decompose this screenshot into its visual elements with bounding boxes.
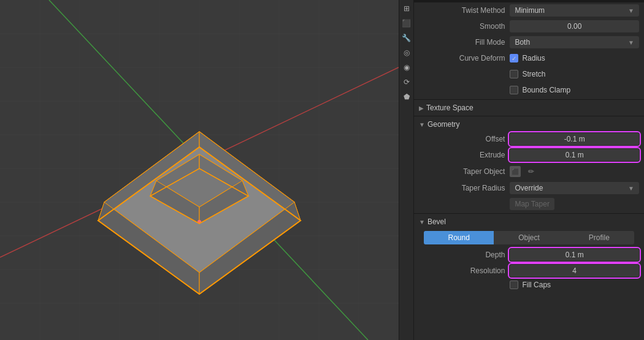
stretch-value: Stretch xyxy=(510,70,639,78)
taper-radius-row: Taper Radius Override ▼ xyxy=(414,180,644,196)
toolbar-strip: ⊞ ⬛ 🔧 ◎ ◉ ⟳ ⬟ xyxy=(399,0,413,340)
fill-caps-value: Fill Caps xyxy=(510,281,639,289)
taper-object-row: Taper Object ⬛ ✏ xyxy=(414,163,644,180)
bevel-tab-round[interactable]: Round xyxy=(424,231,494,244)
tool-icon-6[interactable]: ⬟ xyxy=(401,91,413,103)
extrude-label: Extrude xyxy=(419,151,510,159)
taper-radius-label: Taper Radius xyxy=(419,184,510,192)
bevel-tab-profile[interactable]: Profile xyxy=(564,231,634,244)
twist-method-label: Twist Method xyxy=(419,6,510,15)
texture-space-header[interactable]: ▶ Texture Space xyxy=(414,101,644,115)
resolution-row: Resolution xyxy=(414,263,644,279)
taper-object-control: ⬛ ✏ xyxy=(510,165,537,178)
bevel-arrow: ▼ xyxy=(419,219,425,225)
map-taper-value[interactable]: Map Taper xyxy=(510,198,639,210)
tool-icon-2[interactable]: 🔧 xyxy=(401,32,413,44)
fill-mode-row: Fill Mode Both ▼ xyxy=(414,34,644,50)
tool-icon-5[interactable]: ⟳ xyxy=(401,76,413,88)
resolution-label: Resolution xyxy=(419,266,510,275)
stretch-row: Stretch xyxy=(414,66,644,82)
twist-method-value[interactable]: Minimum ▼ xyxy=(510,4,639,17)
taper-object-label: Taper Object xyxy=(419,167,510,176)
taper-object-value[interactable]: ⬛ ✏ xyxy=(510,165,639,178)
taper-radius-arrow: ▼ xyxy=(628,185,634,192)
divider-3 xyxy=(414,213,644,214)
resolution-value[interactable] xyxy=(510,265,639,277)
extrude-input[interactable] xyxy=(510,149,639,161)
fill-caps-checkbox[interactable] xyxy=(510,281,518,289)
radius-checkbox[interactable]: ✓ xyxy=(510,54,518,62)
tool-icon-3[interactable]: ◎ xyxy=(401,47,413,59)
smooth-value[interactable] xyxy=(510,20,639,32)
curve-deform-label: Curve Deform xyxy=(419,54,510,62)
fill-mode-arrow: ▼ xyxy=(628,39,634,46)
geometry-arrow: ▼ xyxy=(419,121,425,128)
extrude-row: Extrude xyxy=(414,147,644,163)
resolution-input[interactable] xyxy=(510,265,639,277)
bevel-tabs: Round Object Profile xyxy=(424,231,634,244)
bevel-label: Bevel xyxy=(427,217,446,226)
tool-icon-1[interactable]: ⬛ xyxy=(401,17,413,29)
twist-method-row: Twist Method Minimum ▼ xyxy=(414,2,644,18)
depth-input[interactable] xyxy=(510,249,639,261)
smooth-row: Smooth xyxy=(414,18,644,34)
offset-label: Offset xyxy=(419,135,510,143)
stretch-checkbox[interactable] xyxy=(510,70,518,78)
extrude-value[interactable] xyxy=(510,149,639,161)
offset-input[interactable] xyxy=(510,133,639,145)
bounds-clamp-label: Bounds Clamp xyxy=(522,86,570,94)
taper-object-icon[interactable]: ⬛ xyxy=(510,166,521,177)
depth-value[interactable] xyxy=(510,249,639,261)
geometry-label: Geometry xyxy=(427,120,460,129)
bevel-header[interactable]: ▼ Bevel xyxy=(414,215,644,229)
depth-label: Depth xyxy=(419,251,510,259)
bounds-clamp-checkbox[interactable] xyxy=(510,86,518,94)
fill-mode-value[interactable]: Both ▼ xyxy=(510,36,639,48)
fill-caps-row: Fill Caps xyxy=(414,279,644,291)
texture-space-arrow: ▶ xyxy=(419,105,424,111)
fill-mode-label: Fill Mode xyxy=(419,38,510,47)
radius-checkbox-row: ✓ Radius xyxy=(510,54,545,62)
divider-2 xyxy=(414,116,644,116)
fill-caps-label: Fill Caps xyxy=(522,281,551,289)
tool-icon-0[interactable]: ⊞ xyxy=(401,2,413,15)
radius-label: Radius xyxy=(522,54,545,62)
texture-space-label: Texture Space xyxy=(426,104,473,112)
3d-viewport[interactable] xyxy=(0,0,399,340)
stretch-label: Stretch xyxy=(522,70,545,78)
divider-1 xyxy=(414,99,644,100)
offset-value[interactable] xyxy=(510,133,639,145)
properties-panel: Twist Method Minimum ▼ Smooth Fill Mode … xyxy=(413,0,644,340)
geometry-header[interactable]: ▼ Geometry xyxy=(414,118,644,131)
smooth-label: Smooth xyxy=(419,22,510,31)
fill-caps-checkbox-row: Fill Caps xyxy=(510,281,639,289)
bounds-clamp-row: Bounds Clamp xyxy=(414,82,644,98)
map-taper-row: Map Taper xyxy=(414,196,644,212)
bounds-clamp-value: Bounds Clamp xyxy=(510,86,639,94)
twist-method-arrow: ▼ xyxy=(628,7,634,14)
smooth-input[interactable] xyxy=(510,20,639,32)
map-taper-button[interactable]: Map Taper xyxy=(510,198,554,210)
curve-deform-value: ✓ Radius xyxy=(510,54,639,62)
bevel-tab-object[interactable]: Object xyxy=(494,231,564,244)
eyedropper-icon[interactable]: ✏ xyxy=(526,166,537,177)
depth-row: Depth xyxy=(414,247,644,263)
stretch-checkbox-row: Stretch xyxy=(510,70,545,78)
offset-row: Offset xyxy=(414,131,644,147)
tool-icon-4[interactable]: ◉ xyxy=(401,61,413,74)
fill-mode-dropdown[interactable]: Both ▼ xyxy=(510,36,639,48)
bevel-tabs-container: Round Object Profile xyxy=(414,229,644,247)
taper-radius-dropdown[interactable]: Override ▼ xyxy=(510,182,639,194)
bounds-clamp-checkbox-row: Bounds Clamp xyxy=(510,86,570,94)
taper-radius-value[interactable]: Override ▼ xyxy=(510,182,639,194)
curve-deform-row: Curve Deform ✓ Radius xyxy=(414,50,644,66)
twist-method-dropdown[interactable]: Minimum ▼ xyxy=(510,4,639,17)
